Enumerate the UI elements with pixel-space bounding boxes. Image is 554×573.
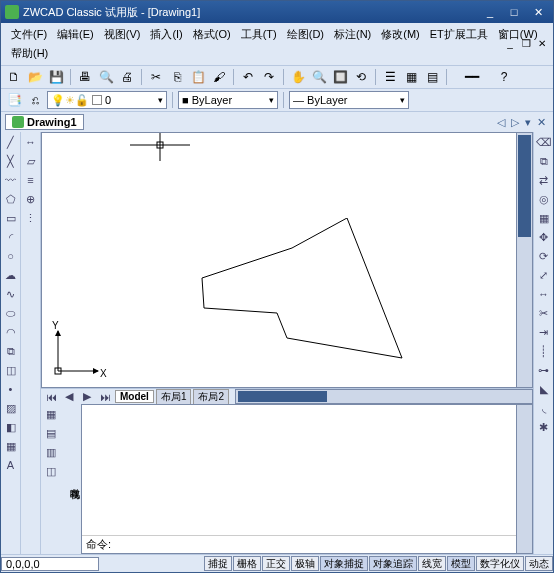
layer-props-icon[interactable]: 📑 <box>5 91 23 109</box>
break-icon[interactable]: ┊ <box>536 343 552 359</box>
tool-a-icon[interactable]: ▦ <box>43 406 59 422</box>
copy-obj-icon[interactable]: ⧉ <box>536 153 552 169</box>
array-icon[interactable]: ▦ <box>536 210 552 226</box>
paste-icon[interactable]: 📋 <box>189 68 207 86</box>
xline-icon[interactable]: ╳ <box>3 153 19 169</box>
print-preview-icon[interactable]: 🔍 <box>97 68 115 86</box>
mdi-restore-button[interactable]: ❐ <box>519 37 533 49</box>
zoom-window-icon[interactable]: 🔲 <box>331 68 349 86</box>
design-center-icon[interactable]: ▦ <box>402 68 420 86</box>
status-btn-2[interactable]: 正交 <box>262 556 290 571</box>
save-icon[interactable]: 💾 <box>47 68 65 86</box>
print-icon[interactable]: 🖶 <box>76 68 94 86</box>
layout-tab-2[interactable]: 布局2 <box>193 389 229 405</box>
cut-icon[interactable]: ✂ <box>147 68 165 86</box>
other-tool-icon[interactable]: ⋮ <box>23 210 39 226</box>
insert-block-icon[interactable]: ⧉ <box>3 343 19 359</box>
status-btn-9[interactable]: 动态 <box>525 556 553 571</box>
tab-prev-icon[interactable]: ◁ <box>494 116 508 129</box>
rotate-icon[interactable]: ⟳ <box>536 248 552 264</box>
tab-menu-icon[interactable]: ▾ <box>522 116 534 129</box>
menu-draw[interactable]: 绘图(D) <box>283 25 328 44</box>
region-icon[interactable]: ◧ <box>3 419 19 435</box>
fillet-icon[interactable]: ◟ <box>536 400 552 416</box>
join-icon[interactable]: ⊶ <box>536 362 552 378</box>
mtext-icon[interactable]: A <box>3 457 19 473</box>
zoom-previous-icon[interactable]: ⟲ <box>352 68 370 86</box>
tool-b-icon[interactable]: ▤ <box>43 425 59 441</box>
tool-c-icon[interactable]: ▥ <box>43 444 59 460</box>
status-btn-7[interactable]: 模型 <box>447 556 475 571</box>
offset-icon[interactable]: ◎ <box>536 191 552 207</box>
line-style-icon[interactable]: ━━ <box>452 68 492 86</box>
match-prop-icon[interactable]: 🖌 <box>210 68 228 86</box>
status-btn-3[interactable]: 极轴 <box>291 556 319 571</box>
line-icon[interactable]: ╱ <box>3 134 19 150</box>
dist-icon[interactable]: ↔ <box>23 134 39 150</box>
first-tab-icon[interactable]: ⏮ <box>43 389 59 405</box>
circle-icon[interactable]: ○ <box>3 248 19 264</box>
status-btn-8[interactable]: 数字化仪 <box>476 556 524 571</box>
ellipse-arc-icon[interactable]: ◠ <box>3 324 19 340</box>
erase-icon[interactable]: ⌫ <box>536 134 552 150</box>
point-icon[interactable]: • <box>3 381 19 397</box>
trim-icon[interactable]: ✂ <box>536 305 552 321</box>
menu-file[interactable]: 文件(F) <box>7 25 51 44</box>
minimize-button[interactable]: _ <box>479 4 501 20</box>
mdi-minimize-button[interactable]: _ <box>503 37 517 49</box>
layout-tab-1[interactable]: 布局1 <box>156 389 192 405</box>
tool-palettes-icon[interactable]: ▤ <box>423 68 441 86</box>
new-icon[interactable]: 🗋 <box>5 68 23 86</box>
status-btn-1[interactable]: 栅格 <box>233 556 261 571</box>
make-block-icon[interactable]: ◫ <box>3 362 19 378</box>
extend-icon[interactable]: ⇥ <box>536 324 552 340</box>
command-history[interactable] <box>82 405 516 535</box>
layer-prev-icon[interactable]: ⎌ <box>26 91 44 109</box>
color-combo[interactable]: ■ ByLayer ▾ <box>178 91 278 109</box>
hatch-icon[interactable]: ▨ <box>3 400 19 416</box>
area-icon[interactable]: ▱ <box>23 153 39 169</box>
next-tab-icon[interactable]: ▶ <box>79 389 95 405</box>
open-icon[interactable]: 📂 <box>26 68 44 86</box>
layout-tab-model[interactable]: Model <box>115 390 154 403</box>
redo-icon[interactable]: ↷ <box>260 68 278 86</box>
menu-help[interactable]: 帮助(H) <box>7 44 52 63</box>
canvas-hscrollbar[interactable] <box>235 389 533 404</box>
stretch-icon[interactable]: ↔ <box>536 286 552 302</box>
chamfer-icon[interactable]: ◣ <box>536 381 552 397</box>
close-button[interactable]: ✕ <box>527 4 549 20</box>
mirror-icon[interactable]: ⇄ <box>536 172 552 188</box>
polyline-icon[interactable]: 〰 <box>3 172 19 188</box>
menu-modify[interactable]: 修改(M) <box>377 25 424 44</box>
menu-tools[interactable]: 工具(T) <box>237 25 281 44</box>
plot-icon[interactable]: 🖨 <box>118 68 136 86</box>
layer-combo[interactable]: 💡 ☀ 🔓 0 ▾ <box>47 91 167 109</box>
last-tab-icon[interactable]: ⏭ <box>97 389 113 405</box>
undo-icon[interactable]: ↶ <box>239 68 257 86</box>
canvas-vscrollbar[interactable] <box>517 132 533 388</box>
linetype-combo[interactable]: — ByLayer ▾ <box>289 91 409 109</box>
menu-view[interactable]: 视图(V) <box>100 25 145 44</box>
pan-icon[interactable]: ✋ <box>289 68 307 86</box>
maximize-button[interactable]: □ <box>503 4 525 20</box>
zoom-realtime-icon[interactable]: 🔍 <box>310 68 328 86</box>
polygon-icon[interactable]: ⬠ <box>3 191 19 207</box>
mdi-close-button[interactable]: ✕ <box>535 37 549 49</box>
table-icon[interactable]: ▦ <box>3 438 19 454</box>
list-icon[interactable]: ≡ <box>23 172 39 188</box>
status-btn-4[interactable]: 对象捕捉 <box>320 556 368 571</box>
menu-edit[interactable]: 编辑(E) <box>53 25 98 44</box>
copy-icon[interactable]: ⎘ <box>168 68 186 86</box>
menu-dimension[interactable]: 标注(N) <box>330 25 375 44</box>
spline-icon[interactable]: ∿ <box>3 286 19 302</box>
menu-et-ext[interactable]: ET扩展工具 <box>426 25 492 44</box>
tool-d-icon[interactable]: ◫ <box>43 463 59 479</box>
menu-format[interactable]: 格式(O) <box>189 25 235 44</box>
ellipse-icon[interactable]: ⬭ <box>3 305 19 321</box>
status-btn-5[interactable]: 对象追踪 <box>369 556 417 571</box>
status-btn-6[interactable]: 线宽 <box>418 556 446 571</box>
help-icon[interactable]: ? <box>495 68 513 86</box>
revcloud-icon[interactable]: ☁ <box>3 267 19 283</box>
rectangle-icon[interactable]: ▭ <box>3 210 19 226</box>
menu-insert[interactable]: 插入(I) <box>146 25 186 44</box>
